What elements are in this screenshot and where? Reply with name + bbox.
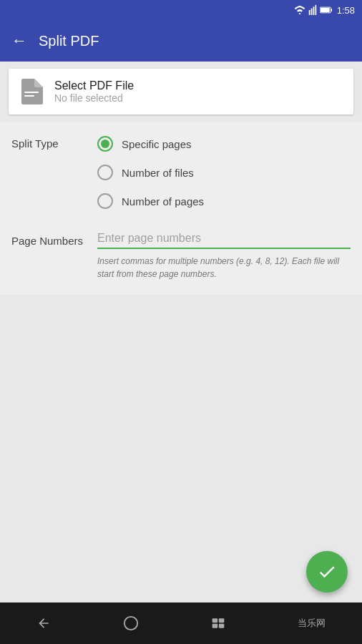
radio-circle-specific-pages (97, 136, 113, 152)
radio-number-of-pages[interactable]: Number of pages (97, 193, 204, 209)
svg-rect-11 (219, 618, 225, 623)
radio-label-number-of-pages: Number of pages (122, 195, 204, 208)
svg-rect-8 (24, 95, 34, 97)
radio-circle-number-of-files (97, 165, 113, 180)
file-card-subtitle: No file selected (54, 92, 134, 104)
svg-rect-10 (212, 618, 218, 623)
page-numbers-input[interactable] (97, 229, 351, 249)
radio-options: Specific pages Number of files Number of… (97, 136, 204, 209)
status-bar-icons (294, 5, 333, 15)
wifi-icon (294, 6, 305, 14)
svg-point-9 (124, 617, 137, 630)
page-numbers-input-wrap: Insert commas for multiple numbers (e.g.… (97, 229, 351, 280)
toolbar: ← Split PDF (0, 20, 362, 62)
nav-back-button[interactable] (36, 616, 51, 630)
status-time: 1:58 (337, 5, 355, 16)
radio-inner-specific-pages (101, 140, 109, 148)
main-content: Split Type Specific pages Number of file… (0, 122, 362, 295)
page-numbers-section: Page Numbers Insert commas for multiple … (11, 229, 351, 280)
split-type-label: Split Type (11, 136, 97, 150)
radio-label-number-of-files: Number of files (122, 167, 194, 179)
svg-rect-0 (308, 10, 310, 15)
nav-recents-button[interactable] (211, 617, 225, 630)
svg-rect-13 (219, 624, 225, 628)
nav-bar: 当乐网 (0, 602, 362, 644)
file-selector[interactable]: Select PDF File No file selected (9, 69, 353, 114)
radio-specific-pages[interactable]: Specific pages (97, 136, 204, 152)
split-type-section: Split Type Specific pages Number of file… (11, 136, 351, 209)
radio-number-of-files[interactable]: Number of files (97, 165, 204, 180)
page-numbers-hint: Insert commas for multiple numbers (e.g.… (97, 255, 351, 280)
check-icon (317, 562, 337, 582)
svg-rect-5 (321, 8, 330, 12)
svg-rect-6 (331, 9, 331, 11)
svg-rect-12 (212, 624, 218, 628)
battery-icon (320, 6, 333, 14)
nav-logo: 当乐网 (298, 617, 326, 630)
document-icon (20, 79, 43, 104)
page-numbers-label: Page Numbers (11, 229, 97, 247)
radio-circle-number-of-pages (97, 193, 113, 209)
nav-home-button[interactable] (123, 615, 139, 631)
file-card-title: Select PDF File (54, 79, 134, 92)
svg-rect-7 (24, 92, 39, 93)
radio-label-specific-pages: Specific pages (122, 138, 192, 150)
svg-rect-3 (315, 5, 316, 15)
confirm-fab[interactable] (306, 551, 348, 592)
file-card-text: Select PDF File No file selected (54, 79, 134, 104)
svg-rect-2 (313, 6, 314, 15)
signal-icon (308, 5, 317, 15)
file-icon (20, 79, 43, 104)
back-button[interactable]: ← (11, 31, 27, 50)
toolbar-title: Split PDF (39, 33, 99, 49)
status-bar: 1:58 (0, 0, 362, 20)
svg-rect-1 (310, 9, 312, 15)
